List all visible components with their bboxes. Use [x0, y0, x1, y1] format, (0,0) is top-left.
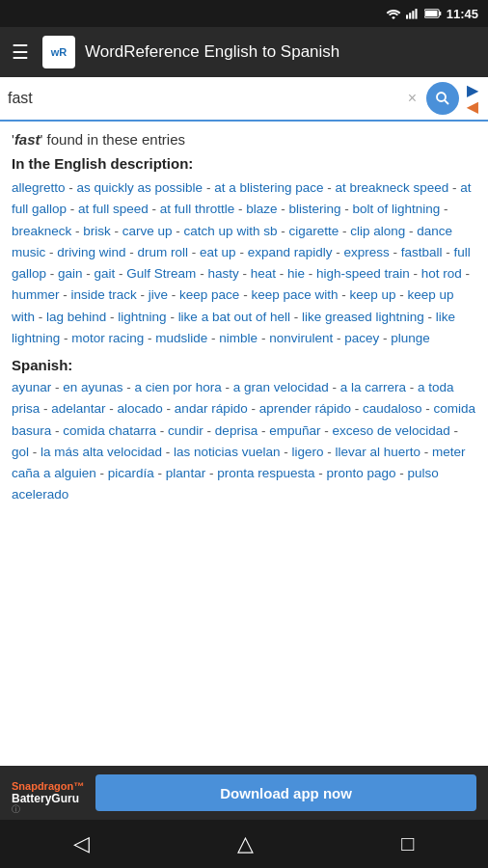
arrow-right-icon: ▶	[467, 83, 478, 98]
svg-rect-1	[409, 13, 411, 18]
svg-rect-3	[415, 9, 417, 19]
back-button[interactable]: ◁	[54, 826, 109, 862]
svg-rect-0	[406, 14, 408, 18]
translate-button[interactable]: ▶ ▶	[465, 81, 480, 117]
wifi-icon	[386, 8, 401, 19]
app-logo: wR	[42, 36, 75, 68]
svg-rect-5	[439, 12, 441, 15]
status-bar: 11:45	[0, 0, 488, 27]
ad-logo-line2: BatteryGuru	[12, 792, 84, 805]
ad-logo: Snapdragon™ BatteryGuru	[12, 780, 84, 805]
menu-button[interactable]: ☰	[8, 37, 33, 68]
svg-rect-2	[412, 11, 414, 18]
status-time: 11:45	[447, 7, 478, 21]
arrow-left-icon: ▶	[467, 99, 478, 115]
ad-cta-button[interactable]: Download app now	[95, 774, 476, 811]
recent-button[interactable]: □	[382, 826, 433, 862]
svg-point-7	[437, 93, 446, 101]
spanish-section-title: Spanish:	[12, 357, 476, 373]
ad-banner: Snapdragon™ BatteryGuru Download app now…	[0, 766, 488, 820]
status-icons: 11:45	[386, 7, 478, 21]
app-title: WordReference English to Spanish	[85, 42, 480, 62]
bottom-nav: ◁ △ □	[0, 820, 488, 868]
svg-rect-6	[425, 11, 437, 16]
spanish-entries: ayunar - en ayunas - a cien por hora - a…	[12, 377, 476, 506]
signal-icon	[406, 8, 420, 19]
found-title: 'fast' found in these entries	[12, 131, 476, 148]
ad-logo-line1: Snapdragon™	[12, 780, 84, 792]
search-icon	[434, 90, 451, 107]
svg-line-8	[445, 100, 448, 104]
clear-button[interactable]: ×	[404, 86, 420, 111]
top-bar: ☰ wR WordReference English to Spanish	[0, 27, 488, 77]
search-button[interactable]	[426, 82, 459, 115]
search-input[interactable]	[8, 90, 398, 107]
found-keyword: fast	[14, 131, 41, 148]
search-bar: × ▶ ▶	[0, 77, 488, 122]
battery-icon	[424, 8, 442, 19]
content-scroll[interactable]: 'fast' found in these entries In the Eng…	[12, 131, 476, 756]
home-button[interactable]: △	[218, 826, 273, 862]
main-content: 'fast' found in these entries In the Eng…	[0, 122, 488, 766]
ad-info-icon[interactable]: ⓘ	[12, 803, 20, 816]
english-section-title: In the English description:	[12, 155, 476, 172]
english-entries: allegretto - as quickly as possible - at…	[12, 177, 476, 349]
ad-cta-text: Download app now	[220, 785, 352, 801]
